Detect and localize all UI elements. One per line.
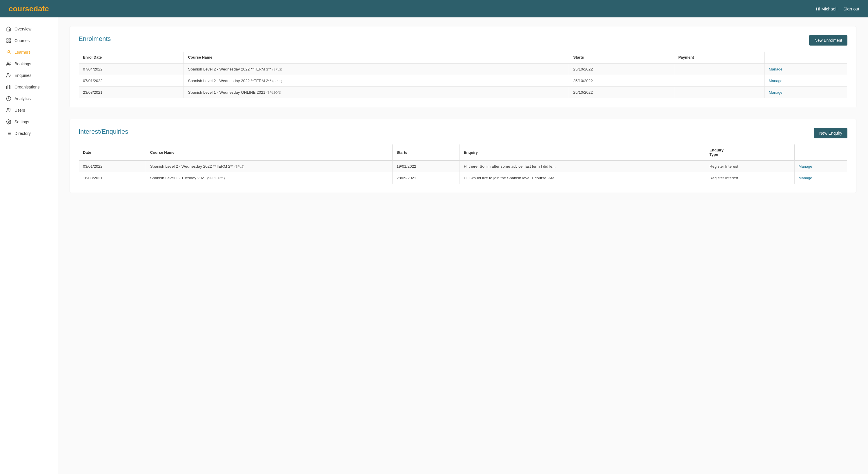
- enq-date: 16/08/2021: [79, 172, 146, 184]
- enquiries-section: Interest/Enquiries New Enquiry Date Cour…: [69, 119, 857, 193]
- enrol-date: 23/08/2021: [79, 87, 184, 98]
- manage-link[interactable]: Manage: [769, 90, 782, 95]
- enrol-action[interactable]: Manage: [765, 87, 847, 98]
- enquiries-col-enquiry: Enquiry: [460, 145, 705, 161]
- table-row: 23/08/2021 Spanish Level 1 - Wednesday O…: [79, 87, 847, 98]
- organisations-icon: [6, 84, 11, 90]
- logo-accent: date: [33, 4, 49, 13]
- enq-action[interactable]: Manage: [794, 172, 847, 184]
- sidebar: Overview Courses Learners Bookings Enqui…: [0, 18, 58, 474]
- enquiries-col-date: Date: [79, 145, 146, 161]
- sidebar-item-directory[interactable]: Directory: [0, 128, 58, 139]
- enq-course: Spanish Level 2 - Wednesday 2022 **TERM …: [146, 160, 392, 172]
- sidebar-label-overview: Overview: [14, 27, 31, 31]
- table-row: 16/08/2021 Spanish Level 1 - Tuesday 202…: [79, 172, 847, 184]
- sidebar-label-enquiries: Enquiries: [14, 73, 31, 78]
- home-icon: [6, 26, 11, 32]
- enrolments-col-date: Enrol Date: [79, 52, 184, 63]
- enquiries-icon: [6, 72, 11, 78]
- enquiries-col-starts: Starts: [392, 145, 460, 161]
- enq-type: Register Interest: [705, 160, 794, 172]
- table-row: 03/01/2022 Spanish Level 2 - Wednesday 2…: [79, 160, 847, 172]
- svg-point-5: [7, 62, 9, 63]
- enquiries-title: Interest/Enquiries: [79, 128, 128, 136]
- enrol-course: Spanish Level 2 - Wednesday 2022 **TERM …: [184, 75, 569, 87]
- sidebar-item-settings[interactable]: Settings: [0, 116, 58, 128]
- enq-enquiry: Hi there, So I'm after some advice, last…: [460, 160, 705, 172]
- greeting: Hi Michael!: [816, 6, 838, 11]
- svg-rect-1: [9, 38, 11, 40]
- enrol-starts: 25/10/2022: [569, 75, 674, 87]
- header-right: Hi Michael! Sign out: [816, 6, 859, 11]
- signout-button[interactable]: Sign out: [843, 6, 859, 11]
- enrol-date: 07/04/2022: [79, 63, 184, 75]
- enq-starts: 28/09/2021: [392, 172, 460, 184]
- enrol-course: Spanish Level 2 - Wednesday 2022 **TERM …: [184, 63, 569, 75]
- sidebar-label-courses: Courses: [14, 38, 30, 43]
- enrol-date: 07/01/2022: [79, 75, 184, 87]
- sidebar-item-enquiries[interactable]: Enquiries: [0, 70, 58, 81]
- enquiries-col-course: Course Name: [146, 145, 392, 161]
- enq-date: 03/01/2022: [79, 160, 146, 172]
- enrolments-table: Enrol Date Course Name Starts Payment 07…: [79, 51, 847, 98]
- svg-rect-2: [7, 41, 8, 42]
- enquiries-table: Date Course Name Starts Enquiry EnquiryT…: [79, 144, 847, 184]
- main-content: Enrolments New Enrolment Enrol Date Cour…: [58, 18, 868, 474]
- manage-link[interactable]: Manage: [769, 79, 782, 83]
- sidebar-label-organisations: Organisations: [14, 85, 39, 89]
- enquiries-col-type: EnquiryType: [705, 145, 794, 161]
- enquiries-col-action: [794, 145, 847, 161]
- enrol-action[interactable]: Manage: [765, 75, 847, 87]
- enrol-action[interactable]: Manage: [765, 63, 847, 75]
- svg-point-6: [7, 73, 9, 75]
- sidebar-item-overview[interactable]: Overview: [0, 23, 58, 35]
- enrolments-col-action: [765, 52, 847, 63]
- enrolments-col-payment: Payment: [674, 52, 765, 63]
- sidebar-label-learners: Learners: [14, 50, 30, 55]
- svg-rect-9: [7, 86, 11, 89]
- users-icon: [6, 107, 11, 113]
- courses-icon: [6, 38, 11, 43]
- enq-type: Register Interest: [705, 172, 794, 184]
- sidebar-item-bookings[interactable]: Bookings: [0, 58, 58, 70]
- enq-starts: 19/01/2022: [392, 160, 460, 172]
- sidebar-item-users[interactable]: Users: [0, 105, 58, 116]
- sidebar-item-analytics[interactable]: Analytics: [0, 93, 58, 105]
- enrol-payment: [674, 75, 765, 87]
- manage-link[interactable]: Manage: [769, 67, 782, 71]
- enrolments-col-course: Course Name: [184, 52, 569, 63]
- learners-icon: [6, 49, 11, 55]
- sidebar-item-learners[interactable]: Learners: [0, 47, 58, 58]
- svg-point-11: [7, 108, 9, 110]
- new-enquiry-button[interactable]: New Enquiry: [814, 128, 847, 138]
- sidebar-label-settings: Settings: [14, 120, 29, 124]
- enquiries-header: Interest/Enquiries New Enquiry: [79, 128, 847, 138]
- enq-course: Spanish Level 1 - Tuesday 2021 (SPL1TU21…: [146, 172, 392, 184]
- enrolments-title: Enrolments: [79, 35, 111, 42]
- manage-link[interactable]: Manage: [799, 176, 812, 180]
- new-enrolment-button[interactable]: New Enrolment: [809, 35, 847, 46]
- enq-action[interactable]: Manage: [794, 160, 847, 172]
- manage-link[interactable]: Manage: [799, 164, 812, 169]
- enrol-payment: [674, 87, 765, 98]
- sidebar-item-organisations[interactable]: Organisations: [0, 81, 58, 93]
- enrol-payment: [674, 63, 765, 75]
- svg-rect-3: [9, 41, 11, 42]
- enrolments-header: Enrolments New Enrolment: [79, 35, 847, 46]
- directory-icon: [6, 130, 11, 136]
- sidebar-item-courses[interactable]: Courses: [0, 35, 58, 47]
- settings-icon: [6, 119, 11, 125]
- sidebar-label-bookings: Bookings: [14, 61, 31, 66]
- logo-text: course: [9, 4, 33, 13]
- enrol-starts: 25/10/2022: [569, 63, 674, 75]
- enrolments-col-starts: Starts: [569, 52, 674, 63]
- logo: coursedate: [9, 4, 49, 13]
- analytics-icon: [6, 96, 11, 101]
- sidebar-label-users: Users: [14, 108, 25, 113]
- enrol-starts: 25/10/2022: [569, 87, 674, 98]
- enq-enquiry: Hi I would like to join the Spanish leve…: [460, 172, 705, 184]
- bookings-icon: [6, 61, 11, 67]
- svg-point-12: [8, 121, 9, 123]
- enrol-course: Spanish Level 1 - Wednesday ONLINE 2021 …: [184, 87, 569, 98]
- header: coursedate Hi Michael! Sign out: [0, 0, 868, 18]
